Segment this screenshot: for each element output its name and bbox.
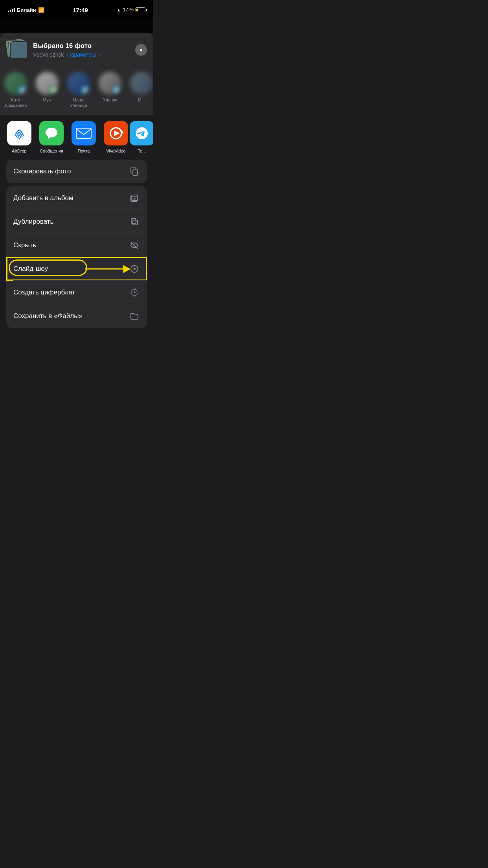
contact-name-3: МашаУченица (70, 97, 87, 108)
app-item-telegram[interactable]: Te... (132, 121, 152, 153)
svg-point-1 (18, 138, 20, 139)
hide-svg (130, 241, 139, 250)
telegram-app-icon (130, 121, 153, 145)
contact-name-2: Муж (43, 97, 51, 103)
battery-fill (136, 9, 138, 11)
telegram-label: Te... (138, 149, 146, 153)
contact-name-4: Ученик (103, 97, 117, 103)
status-time: 17:49 (73, 7, 88, 13)
duplicate-item[interactable]: Дублировать (6, 210, 147, 234)
wifi-icon: 📶 (38, 7, 44, 13)
copy-photos-item[interactable]: Скопировать фото (6, 160, 147, 183)
copy-svg (130, 167, 139, 176)
location-icon: ▲ (117, 7, 121, 12)
contact-item[interactable]: М... (126, 72, 153, 108)
create-watch-face-label: Создать циферблат (13, 289, 75, 296)
contact-avatar-5 (130, 72, 153, 95)
slideshow-svg (130, 264, 139, 274)
contact-name-1: КатяДомрачева (5, 97, 27, 108)
contact-item[interactable]: Ученик (94, 72, 126, 108)
slideshow-icon (129, 263, 140, 274)
contact-item[interactable]: Муж (31, 72, 63, 108)
share-title: Выбрано 16 фото (33, 42, 130, 50)
background-photos (0, 17, 153, 33)
thumb-3 (10, 41, 28, 59)
save-files-item[interactable]: Сохранить в «Файлы» (6, 304, 147, 328)
share-header: Выбрано 16 фото Vsevolozhsk Параметры › … (0, 33, 153, 67)
messages-badge-2 (50, 86, 59, 95)
contacts-row: КатяДомрачева Муж МашаУч (0, 67, 153, 115)
hide-item[interactable]: Скрыть (6, 234, 147, 257)
telegram-badge-1 (18, 86, 27, 95)
contact-avatar-3 (67, 72, 90, 95)
bar1 (8, 11, 9, 12)
share-options-link[interactable]: Параметры (67, 51, 97, 58)
apps-row: AirDrop Сообщения Почта (0, 115, 153, 160)
carrier-label: Билайн (17, 7, 36, 13)
app-item-vivavideo[interactable]: VivaVideo (100, 121, 132, 153)
files-svg (130, 311, 139, 321)
watch-svg (130, 288, 139, 297)
watch-icon (129, 287, 140, 298)
files-icon (129, 311, 140, 322)
mail-app-icon (72, 121, 96, 145)
share-location: Vsevolozhsk (33, 51, 64, 58)
app-item-mail[interactable]: Почта (68, 121, 100, 153)
photo-thumbnails (6, 39, 28, 61)
status-right: ▲ 17 % (117, 7, 145, 13)
chevron-right-icon: › (99, 52, 101, 57)
svg-point-2 (46, 127, 57, 137)
slideshow-arrow-annotation (85, 268, 124, 269)
svg-rect-12 (133, 220, 138, 225)
duplicate-svg (130, 217, 139, 226)
hide-label: Скрыть (13, 241, 36, 249)
mail-label: Почта (78, 149, 90, 153)
telegram-icon-svg (134, 126, 149, 141)
slideshow-label: Слайд-шоу (13, 265, 48, 273)
contact-item[interactable]: МашаУченица (63, 72, 94, 108)
telegram-badge-3 (81, 86, 90, 95)
telegram-icon-badge-3 (114, 88, 120, 93)
duplicate-label: Дублировать (13, 218, 53, 226)
bar3 (12, 9, 13, 12)
add-album-icon (129, 193, 140, 204)
telegram-badge-4 (113, 86, 121, 95)
bar2 (10, 10, 11, 12)
add-album-svg (130, 193, 139, 203)
battery-percent: 17 % (123, 7, 134, 13)
save-files-label: Сохранить в «Файлы» (13, 312, 83, 320)
copy-icon (129, 166, 140, 177)
app-item-messages[interactable]: Сообщения (35, 121, 68, 153)
svg-marker-17 (134, 267, 136, 270)
signal-bars (8, 7, 15, 12)
airdrop-icon-svg (11, 125, 28, 142)
hide-icon (129, 240, 140, 251)
vivavideo-app-icon (104, 121, 128, 145)
vivavideo-label: VivaVideo (106, 149, 125, 153)
action-groups: Скопировать фото Добавить в альбом (0, 160, 153, 328)
close-icon: × (139, 47, 143, 53)
share-title-area: Выбрано 16 фото Vsevolozhsk Параметры › (33, 42, 130, 58)
telegram-icon-badge-2 (83, 88, 88, 93)
create-watch-face-item[interactable]: Создать циферблат (6, 281, 147, 304)
app-item-airdrop[interactable]: AirDrop (3, 121, 35, 153)
battery-icon-container (136, 7, 145, 12)
copy-group: Скопировать фото (6, 160, 147, 183)
contact-avatar-2 (36, 72, 59, 95)
status-bar: Билайн 📶 17:49 ▲ 17 % (0, 0, 153, 17)
share-subtitle: Vsevolozhsk Параметры › (33, 51, 130, 58)
slideshow-item[interactable]: Слайд-шоу (6, 257, 147, 281)
contact-item[interactable]: КатяДомрачева (0, 72, 31, 108)
bar4 (14, 8, 15, 12)
telegram-icon-badge (20, 88, 26, 93)
battery-icon (136, 7, 145, 12)
messages-app-icon (39, 121, 64, 145)
svg-rect-7 (133, 170, 138, 175)
airdrop-label: AirDrop (12, 149, 26, 153)
add-album-item[interactable]: Добавить в альбом (6, 186, 147, 210)
contact-avatar-4 (99, 72, 121, 95)
main-action-group: Добавить в альбом Дублировать (6, 186, 147, 328)
vivavideo-icon-svg (108, 125, 124, 141)
close-button[interactable]: × (135, 44, 147, 56)
mail-icon-svg (76, 128, 92, 139)
